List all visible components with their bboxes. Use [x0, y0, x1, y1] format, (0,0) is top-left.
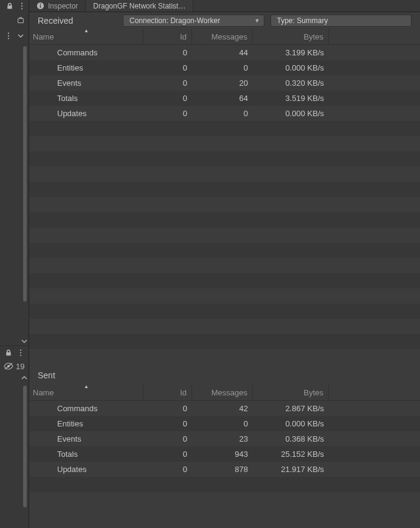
scrollbar[interactable]	[22, 382, 27, 507]
empty-row	[29, 304, 420, 319]
empty-row	[29, 334, 420, 349]
lock-icon[interactable]	[4, 349, 13, 357]
cell-id: 0	[143, 60, 192, 75]
tab-label: Inspector	[48, 2, 78, 10]
menu-icon[interactable]	[4, 32, 13, 40]
svg-point-6	[8, 38, 9, 39]
cell-extra	[329, 60, 420, 75]
column-id[interactable]: Id	[143, 29, 192, 44]
cell-messages: 0	[192, 60, 253, 75]
sort-asc-icon: ▲	[84, 384, 89, 389]
svg-point-14	[40, 4, 41, 5]
column-extra[interactable]	[329, 29, 420, 44]
tab-inspector[interactable]: Inspector	[29, 0, 86, 12]
empty-row	[29, 258, 420, 273]
cell-extra	[329, 462, 420, 477]
cell-id: 0	[143, 91, 192, 106]
cell-bytes: 3.519 KB/s	[253, 91, 329, 106]
cell-id: 0	[143, 446, 192, 462]
tab-bar: Inspector DragonGF Network Statist…	[29, 0, 420, 12]
cell-name: Entities	[29, 60, 143, 75]
scrollbar[interactable]	[22, 43, 27, 302]
svg-rect-3	[18, 19, 24, 23]
table-row[interactable]: Updates000.000 KB/s	[29, 106, 420, 121]
cell-messages: 0	[192, 106, 253, 121]
cell-messages: 20	[192, 75, 253, 91]
cell-id: 0	[143, 431, 192, 446]
visibility-count: 19	[16, 362, 24, 371]
svg-point-2	[21, 8, 22, 9]
sent-table: Name ▲ Id Messages Bytes Commands0422.86…	[29, 385, 420, 507]
empty-row	[29, 167, 420, 182]
cell-id: 0	[143, 401, 192, 416]
info-icon	[36, 2, 44, 10]
cell-bytes: 3.199 KB/s	[253, 45, 329, 60]
empty-row	[29, 319, 420, 334]
tab-network-stats[interactable]: DragonGF Network Statist…	[86, 0, 193, 12]
column-id[interactable]: Id	[143, 385, 192, 400]
empty-row	[29, 228, 420, 243]
chevron-down-icon[interactable]	[21, 339, 27, 344]
table-row[interactable]: Commands0443.199 KB/s	[29, 45, 420, 60]
empty-row	[29, 136, 420, 151]
connection-dropdown[interactable]: Connection: Dragon-Worker ▼	[123, 15, 264, 27]
table-row[interactable]: Events0200.320 KB/s	[29, 75, 420, 91]
cell-messages: 42	[192, 401, 253, 416]
table-row[interactable]: Events0230.368 KB/s	[29, 431, 420, 446]
table-row[interactable]: Commands0422.867 KB/s	[29, 401, 420, 416]
cell-extra	[329, 75, 420, 91]
cell-bytes: 2.867 KB/s	[253, 401, 329, 416]
svg-rect-13	[40, 5, 41, 8]
cell-bytes: 25.152 KB/s	[253, 446, 329, 462]
cell-extra	[329, 45, 420, 60]
table-row[interactable]: Totals0643.519 KB/s	[29, 91, 420, 106]
table-row[interactable]: Totals094325.152 KB/s	[29, 446, 420, 462]
cell-messages: 943	[192, 446, 253, 462]
empty-row	[29, 477, 420, 492]
cell-bytes: 0.000 KB/s	[253, 60, 329, 75]
received-table: Name ▲ Id Messages Bytes Commands0443.19…	[29, 29, 420, 364]
cell-messages: 23	[192, 431, 253, 446]
table-row[interactable]: Entities000.000 KB/s	[29, 60, 420, 75]
column-name[interactable]: Name ▲	[29, 29, 143, 44]
cell-name: Updates	[29, 106, 143, 121]
toolbar: Received Connection: Dragon-Worker ▼ Typ…	[29, 12, 420, 29]
empty-row	[29, 212, 420, 228]
cell-name: Updates	[29, 462, 143, 477]
table-row[interactable]: Entities000.000 KB/s	[29, 416, 420, 431]
svg-point-9	[20, 355, 21, 356]
cell-id: 0	[143, 416, 192, 431]
cell-name: Commands	[29, 45, 143, 60]
menu-icon[interactable]	[18, 2, 26, 10]
table-header: Name ▲ Id Messages Bytes	[29, 385, 420, 401]
type-dropdown[interactable]: Type: Summary	[270, 15, 412, 27]
cell-extra	[329, 91, 420, 106]
cell-extra	[329, 431, 420, 446]
lock-icon[interactable]	[5, 2, 14, 10]
cell-messages: 44	[192, 45, 253, 60]
menu-icon[interactable]	[16, 349, 25, 357]
empty-row	[29, 151, 420, 167]
empty-row	[29, 121, 420, 136]
pin-icon[interactable]	[16, 16, 25, 25]
chevron-down-icon: ▼	[255, 18, 260, 24]
chevron-down-icon[interactable]	[16, 32, 25, 40]
cell-id: 0	[143, 106, 192, 121]
svg-point-1	[21, 5, 22, 7]
column-messages[interactable]: Messages	[192, 29, 253, 44]
cell-name: Totals	[29, 91, 143, 106]
column-bytes[interactable]: Bytes	[253, 29, 329, 44]
cell-name: Commands	[29, 401, 143, 416]
cell-extra	[329, 416, 420, 431]
column-name[interactable]: Name ▲	[29, 385, 143, 400]
chevron-up-icon[interactable]	[21, 375, 27, 380]
cell-id: 0	[143, 462, 192, 477]
table-row[interactable]: Updates087821.917 KB/s	[29, 462, 420, 477]
column-bytes[interactable]: Bytes	[253, 385, 329, 400]
svg-point-4	[8, 33, 9, 34]
column-extra[interactable]	[329, 385, 420, 400]
tab-label: DragonGF Network Statist…	[93, 2, 185, 10]
cell-name: Events	[29, 75, 143, 91]
column-messages[interactable]: Messages	[192, 385, 253, 400]
visibility-icon[interactable]	[4, 363, 13, 370]
